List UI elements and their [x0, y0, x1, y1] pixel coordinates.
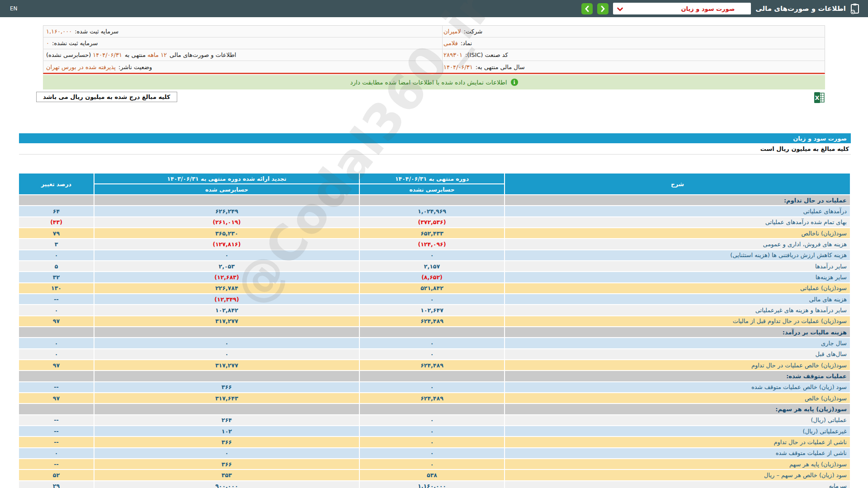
row-value-prior: (۲۶۱,۰۱۹) [94, 217, 359, 228]
row-change-percent: ۹۷ [19, 316, 94, 327]
row-description: سود (زیان) خالص عملیات متوقف شده [505, 382, 850, 393]
statement-row: هزینه های مالی۰(۱۲,۳۴۹)-- [19, 294, 850, 305]
row-description: بهای تمام شده درآمدهای عملیاتی [505, 217, 850, 228]
symbol-value: فلامی [443, 40, 458, 47]
unregistered-capital-label: سرمایه ثبت نشده: [52, 40, 98, 47]
row-change-percent: ۳۲ [19, 272, 94, 282]
statement-row: سرمایه۱,۱۶۰,۰۰۰۹۰۰,۰۰۰۲۹ [19, 481, 850, 488]
row-change-percent [19, 327, 94, 338]
statement-row: عملیاتی (ریال)۰۲۶۴-- [19, 415, 850, 426]
row-value-prior: ۱۰۲ [94, 426, 359, 436]
isic-code-label: کد صنعت (ISIC): [465, 52, 508, 58]
period-info-prefix: اطلاعات و صورت‌های مالی [170, 52, 236, 58]
language-switch-en[interactable]: EN [10, 5, 18, 12]
row-description: ناشی از عملیات در حال تداوم [505, 436, 850, 447]
row-change-percent [19, 371, 94, 381]
row-value-current: ۰ [359, 250, 505, 261]
row-description: هزینه های فروش، اداری و عمومی [505, 239, 850, 249]
row-value-current [359, 404, 505, 414]
row-value-current: ۰ [359, 382, 505, 393]
statement-row: سود (زیان) خالص هر سهم – ریال۵۳۸۳۵۳۵۲ [19, 469, 850, 480]
row-value-current: ۶۲۴,۴۸۹ [359, 360, 505, 371]
row-value-current: ۰ [359, 294, 505, 305]
row-value-current [359, 371, 505, 381]
excel-export-icon[interactable]: X [814, 92, 825, 105]
signature-match-text: اطلاعات نمایش داده شده با اطلاعات امضا ش… [350, 79, 507, 86]
row-value-prior: ۳۶۶ [94, 459, 359, 469]
chevron-down-icon [617, 5, 623, 13]
row-description: عملیات در حال تداوم: [505, 195, 850, 206]
row-value-current: ۰ [359, 338, 505, 348]
income-statement-section: صورت سود و زیان کلیه مبالغ به میلیون ریا… [19, 133, 851, 488]
row-change-percent: -- [19, 426, 94, 436]
financial-statements-icon[interactable] [850, 3, 860, 14]
row-change-percent: ۲۹ [19, 481, 94, 488]
statement-row: سود(زیان) خالص عملیات در حال تداوم۶۲۴,۴۸… [19, 360, 850, 371]
company-info-table: شرکت: لامیران سرمایه ثبت شده: ۱,۱۶۰,۰۰۰ … [43, 25, 825, 74]
amounts-unit-note: کلیه مبالغ درج شده به میلیون ریال می باش… [36, 92, 177, 102]
row-change-percent: ۶۴ [19, 206, 94, 216]
row-value-current: ۵۲۱,۸۴۲ [359, 283, 505, 294]
column-subheader-unaudited: حسابرسی نشده [359, 184, 505, 195]
row-change-percent: ۵ [19, 261, 94, 272]
row-change-percent: ۳ [19, 239, 94, 249]
statement-row: سود(زیان) خالص۶۲۴,۴۸۹۳۱۷,۶۴۳۹۷ [19, 393, 850, 404]
row-value-current: ۱,۰۲۴,۹۶۹ [359, 206, 505, 216]
statement-row: سایر درآمدها و هزینه های غیرعملیاتی۱۰۲,۶… [19, 305, 850, 315]
next-statement-button[interactable] [597, 3, 609, 14]
row-description: سایر درآمدها و هزینه های غیرعملیاتی [505, 305, 850, 315]
unregistered-capital-value: ۰ [46, 40, 49, 47]
row-description: هزینه کاهش ارزش دریافتنی ها (هزینه استثن… [505, 250, 850, 261]
statement-row: سایر درآمدها۲,۱۵۷۲,۰۵۳۵ [19, 261, 850, 272]
row-value-current: ۶۵۲,۴۳۳ [359, 228, 505, 239]
row-description: سال‌های قبل [505, 349, 850, 360]
row-description: سایر درآمدها [505, 261, 850, 272]
row-value-current: (۳۷۲,۵۳۶) [359, 217, 505, 228]
statement-row: سال‌های قبل۰۰۰ [19, 349, 850, 360]
row-description: عملیات متوقف شده: [505, 371, 850, 381]
row-value-prior: ۳۶۵,۲۳۰ [94, 228, 359, 239]
prev-statement-button[interactable] [581, 3, 593, 14]
row-description: سرمایه [505, 481, 850, 488]
row-description: غیرعملیاتی (ریال) [505, 426, 850, 436]
row-description: سود(زیان) عملیات در حال تداوم قبل از مال… [505, 316, 850, 327]
statement-row: ناشی از عملیات متوقف شده۰۰۰ [19, 448, 850, 459]
statement-row: سود(زیان) عملیات در حال تداوم قبل از مال… [19, 316, 850, 327]
svg-text:X: X [815, 94, 819, 101]
company-label: شرکت: [464, 28, 482, 35]
statement-type-dropdown[interactable]: صورت سود و زیان [613, 3, 751, 14]
row-value-prior: ۰ [94, 448, 359, 459]
section-header-row: سود(زیان) پایه هر سهم: [19, 404, 850, 414]
row-change-percent: -- [19, 459, 94, 469]
row-value-current: ۵۳۸ [359, 469, 505, 480]
row-description: هزینه های مالی [505, 294, 850, 305]
statement-row: سایر هزینه‌ها(۸,۶۵۲)(۱۲,۶۸۳)۳۲ [19, 272, 850, 282]
column-header-change-percent: درصد تغییر [19, 173, 94, 195]
row-description: ناشی از عملیات متوقف شده [505, 448, 850, 459]
section-header-row: عملیات در حال تداوم: [19, 195, 850, 206]
statement-row: سال جاری۰۰۰ [19, 338, 850, 348]
registered-capital-label: سرمایه ثبت شده: [75, 28, 118, 35]
row-value-current: ۰ [359, 459, 505, 469]
note-row: X کلیه مبالغ درج شده به میلیون ریال می ب… [36, 92, 825, 105]
company-info-row: کد صنعت (ISIC): ۲۸۹۳۰۱ اطلاعات و صورت‌ها… [43, 49, 825, 61]
top-navigation-bar: اطلاعات و صورت‌های مالی صورت سود و زیان … [0, 0, 868, 17]
row-value-current [359, 327, 505, 338]
row-change-percent [19, 404, 94, 414]
row-value-prior [94, 404, 359, 414]
row-change-percent: ۰ [19, 338, 94, 348]
row-value-prior: ۳۱۷,۲۷۷ [94, 316, 359, 327]
row-change-percent: ۰ [19, 349, 94, 360]
registered-capital-value: ۱,۱۶۰,۰۰۰ [46, 28, 72, 35]
row-value-prior: ۲۶۴ [94, 415, 359, 426]
row-description: سود(زیان) عملیاتی [505, 283, 850, 294]
row-change-percent: -- [19, 294, 94, 305]
row-value-prior: ۰ [94, 250, 359, 261]
column-header-prior-period: تجدید ارائه شده دوره منتهی به ۱۴۰۳/۰۶/۳۱ [94, 173, 359, 184]
row-description: درآمدهای عملیاتی [505, 206, 850, 216]
row-value-current: ۰ [359, 415, 505, 426]
row-description: سود(زیان) خالص عملیات در حال تداوم [505, 360, 850, 371]
company-value: لامیران [443, 28, 461, 35]
page-title: اطلاعات و صورت‌های مالی [755, 5, 846, 13]
row-value-prior: (۱۲۷,۸۱۶) [94, 239, 359, 249]
